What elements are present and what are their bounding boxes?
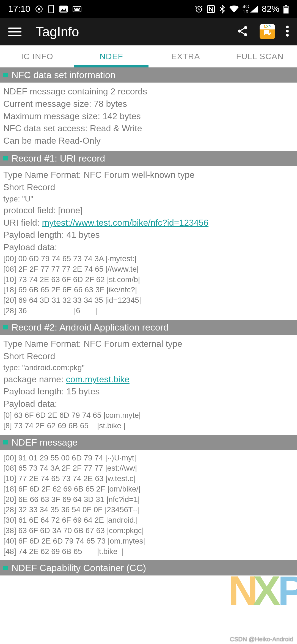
svg-point-7 (77, 8, 78, 9)
bullet-icon (3, 73, 8, 77)
alarm-icon (195, 5, 203, 13)
csdn-watermark: CSDN @Heiko-Android (230, 636, 293, 643)
section-header-record2: Record #2: Android Application record (0, 320, 297, 335)
section-header-info: NFC data set information (0, 67, 297, 83)
package-label: package name: (3, 374, 66, 384)
section-title: Record #2: Android Application record (12, 322, 169, 333)
picture-icon (59, 6, 68, 13)
type-line: type: "U" (3, 193, 294, 204)
hex-dump-line: [08] 2F 2F 77 77 77 2E 74 65 |//www.te| (3, 264, 294, 274)
svg-point-16 (238, 30, 241, 33)
hex-dump-line: [48] 74 2E 62 69 6B 65 |t.bike | (3, 546, 294, 557)
app-bar: TagInfo NXP (0, 18, 297, 45)
svg-point-15 (244, 26, 247, 29)
overflow-menu-icon[interactable] (286, 26, 289, 38)
section-title: NDEF message (12, 437, 78, 448)
tab-full-scan[interactable]: FULL SCAN (223, 45, 297, 67)
short-record-line: Short Record (3, 350, 294, 362)
svg-rect-2 (49, 5, 54, 13)
section-content-info: NDEF message containing 2 records Curren… (0, 83, 297, 151)
wifi-icon (229, 5, 239, 13)
nfc-icon (207, 5, 215, 13)
info-line: Maximum message size: 142 bytes (3, 110, 294, 122)
share-icon[interactable] (237, 25, 249, 38)
svg-point-18 (286, 26, 289, 28)
payload-data-label: Payload data: (3, 241, 294, 253)
phone-lock-icon (48, 5, 54, 13)
hex-dump-line: [38] 63 6F 6D 3A 70 6B 67 63 |com:pkgc| (3, 525, 294, 536)
hex-dump-line: [00] 00 6D 79 74 65 73 74 3A |·mytest:| (3, 253, 294, 264)
app-title: TagInfo (36, 24, 237, 39)
svg-point-17 (244, 33, 247, 36)
protocol-line: protocol field: [none] (3, 204, 294, 217)
section-title: NDEF Capability Container (CC) (12, 563, 146, 573)
hex-dump-line: [8] 73 74 2E 62 69 6B 65 |st.bike | (3, 421, 294, 431)
nxp-tagwriter-icon[interactable]: NXP (260, 24, 275, 39)
hex-dump-line: [0] 63 6F 6D 2E 6D 79 74 65 |com.myte| (3, 410, 294, 421)
tnf-line: Type Name Format: NFC Forum well-known t… (3, 169, 294, 181)
uri-link[interactable]: mytest://www.test.com/bike/nfc?id=123456 (42, 218, 208, 228)
svg-point-20 (286, 34, 289, 37)
uri-line: URI field: mytest://www.test.com/bike/nf… (3, 217, 294, 229)
hex-dump-line: [28] 36 |6 | (3, 305, 294, 316)
keyboard-icon (73, 6, 81, 12)
tabs: IC INFO NDEF EXTRA FULL SCAN (0, 45, 297, 67)
status-time: 17:10 (8, 4, 30, 14)
hex-dump-line: [18] 69 6B 65 2F 6E 66 63 3F |ike/nfc?| (3, 285, 294, 295)
hex-dump-line: [20] 6E 66 63 3F 69 64 3D 31 |nfc?id=1| (3, 494, 294, 505)
section-header-ndef-message: NDEF message (0, 435, 297, 450)
tab-ndef[interactable]: NDEF (74, 45, 148, 67)
svg-point-19 (286, 30, 289, 32)
bullet-icon (3, 325, 8, 329)
bluetooth-icon (219, 5, 226, 13)
section-header-cc: NDEF Capability Container (CC) (0, 560, 297, 575)
package-link[interactable]: com.mytest.bike (66, 374, 130, 384)
package-line: package name: com.mytest.bike (3, 373, 294, 386)
type-line: type: "android.com:pkg" (3, 362, 294, 373)
svg-rect-5 (73, 6, 81, 12)
section-content-record2: Type Name Format: NFC Forum external typ… (0, 335, 297, 435)
hex-dump-line: [20] 69 64 3D 31 32 33 34 35 |id=12345| (3, 295, 294, 305)
tab-extra[interactable]: EXTRA (148, 45, 223, 67)
hex-dump-line: [10] 77 2E 74 65 73 74 2E 63 |w.test.c| (3, 473, 294, 484)
status-bar: 17:10 4G1X 82% (0, 0, 297, 18)
section-title: NFC data set information (12, 70, 116, 80)
menu-icon[interactable] (8, 28, 25, 36)
music-icon (35, 5, 43, 13)
payload-data-label: Payload data: (3, 398, 294, 410)
tab-ic-info[interactable]: IC INFO (0, 45, 74, 67)
section-content-record1: Type Name Format: NFC Forum well-known t… (0, 166, 297, 320)
status-left: 17:10 (8, 4, 81, 14)
svg-point-1 (38, 8, 40, 10)
hex-dump-line: [40] 6F 6D 2E 6D 79 74 65 73 |om.mytes| (3, 536, 294, 546)
section-content-ndef-message: [00] 91 01 29 55 00 6D 79 74 |··)U·myt| … (0, 450, 297, 561)
hex-dump-line: [10] 73 74 2E 63 6F 6D 2F 62 |st.com/b| (3, 274, 294, 285)
tab-label: EXTRA (171, 52, 200, 61)
bullet-icon (3, 566, 8, 570)
hex-dump-line: [18] 6F 6D 2F 62 69 6B 65 2F |om/bike/| (3, 484, 294, 494)
payload-length-line: Payload length: 15 bytes (3, 385, 294, 398)
hex-dump-line: [08] 65 73 74 3A 2F 2F 77 77 |est://ww| (3, 463, 294, 473)
svg-rect-9 (75, 10, 79, 10)
short-record-line: Short Record (3, 181, 294, 193)
bullet-icon (3, 440, 8, 444)
section-title: Record #1: URI record (12, 153, 105, 164)
signal-icon: 4G1X (243, 4, 258, 14)
status-right: 4G1X 82% (195, 4, 289, 14)
hex-dump-line: [00] 91 01 29 55 00 6D 79 74 |··)U·myt| (3, 453, 294, 463)
hex-dump-line: [28] 32 33 34 35 36 54 0F 0F |23456T··| (3, 504, 294, 515)
svg-point-8 (79, 8, 80, 9)
svg-rect-12 (285, 5, 287, 6)
info-line: NFC data set access: Read & Write (3, 122, 294, 135)
svg-rect-14 (284, 6, 288, 7)
hex-dump-line: [30] 61 6E 64 72 6F 69 64 2E |android.| (3, 515, 294, 525)
svg-point-6 (75, 8, 75, 9)
tnf-line: Type Name Format: NFC Forum external typ… (3, 338, 294, 350)
tab-label: IC INFO (21, 52, 53, 61)
battery-percent: 82% (262, 4, 279, 14)
info-line: Current message size: 78 bytes (3, 98, 294, 110)
bullet-icon (3, 156, 8, 160)
tab-label: NDEF (100, 52, 123, 61)
info-line: Can be made Read-Only (3, 135, 294, 147)
battery-icon (283, 5, 289, 13)
